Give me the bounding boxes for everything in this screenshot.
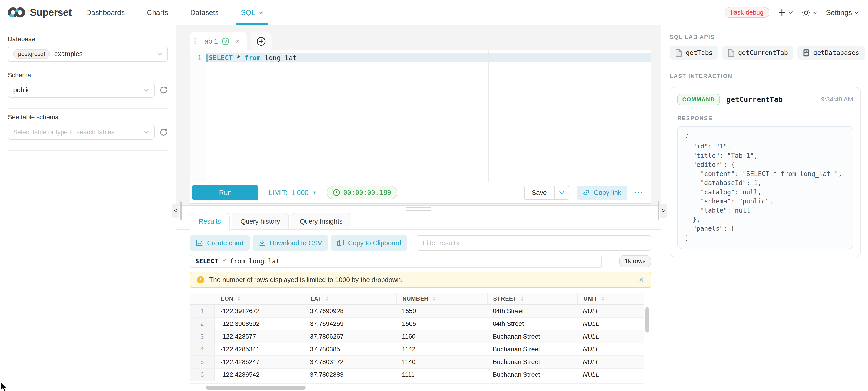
new-item-button[interactable]	[778, 8, 793, 17]
column-header-street[interactable]: STREET▲▼	[487, 293, 577, 304]
save-options-caret[interactable]	[554, 186, 569, 199]
table-vertical-scrollbar[interactable]	[645, 307, 649, 333]
column-header-lat[interactable]: LAT▲▼	[305, 293, 397, 304]
nav-item-datasets[interactable]: Datasets	[190, 0, 219, 25]
sidebar-resize-bar[interactable]	[180, 201, 182, 220]
table-row[interactable]: 2-122.390850237.7694259150504th StreetNU…	[190, 318, 644, 330]
create-chart-button[interactable]: Create chart	[190, 235, 250, 251]
nav-menu: Dashboards Charts Datasets SQL	[86, 0, 264, 25]
row-number: 4	[190, 343, 215, 355]
superset-logo-icon	[8, 6, 25, 19]
caret-down-icon: ▼	[312, 190, 317, 195]
refresh-schemas-button[interactable]	[159, 86, 168, 94]
column-header-unit[interactable]: UNIT▲▼	[577, 293, 644, 304]
limit-dropdown[interactable]: LIMIT: 1 000 ▼	[269, 189, 317, 197]
table-row[interactable]: 6-122.428954237.78028831111Buchanan Stre…	[190, 368, 644, 381]
table-cell: 1142	[396, 343, 487, 355]
drag-handle-icon[interactable]	[194, 38, 197, 45]
api-chips: getTabs getCurrentTab	[670, 46, 861, 60]
table-cell: NULL	[577, 356, 644, 368]
document-icon	[727, 49, 734, 57]
command-timestamp: 9:34:48 AM	[821, 96, 853, 103]
tab-query-history[interactable]: Query history	[231, 213, 289, 230]
superset-sql-lab: Superset Dashboards Charts Datasets SQL …	[0, 0, 868, 391]
editor-active-line: SELECT * from long_lat	[206, 53, 651, 62]
sort-icons: ▲▼	[521, 296, 524, 301]
database-select[interactable]: postgresql examples	[8, 46, 168, 62]
table-row[interactable]: 1-122.391267237.7690928155004th StreetNU…	[190, 305, 644, 318]
copy-to-clipboard-button[interactable]: Copy to Clipboard	[331, 235, 407, 251]
row-number: 5	[190, 356, 215, 368]
save-button[interactable]: Save	[525, 186, 554, 199]
nav-item-charts[interactable]: Charts	[147, 0, 168, 25]
timer-value: 00:00:00.189	[343, 189, 391, 196]
sql-editor[interactable]: 1 SELECT * from long_lat	[190, 51, 651, 182]
right-panel-resize-bar[interactable]	[658, 201, 659, 220]
download-csv-button[interactable]: Download to CSV	[252, 235, 328, 251]
collapse-right-panel-button[interactable]: >	[660, 204, 667, 218]
run-button[interactable]: Run	[192, 185, 259, 200]
sql-text: * from long_lat	[218, 258, 280, 265]
scrollbar-thumb[interactable]	[206, 386, 306, 390]
tab-query-insights[interactable]: Query Insights	[291, 213, 351, 230]
table-cell: 37.7803172	[305, 356, 397, 368]
row-count-badge: 1k rows	[619, 255, 651, 267]
limit-value: 1 000	[291, 189, 308, 197]
query-tab[interactable]: Tab 1 ✕	[190, 32, 247, 50]
settings-menu[interactable]: Settings	[826, 8, 859, 17]
rows-limit-warning: ! The number of rows displayed is limite…	[190, 272, 651, 288]
table-cell: 1111	[396, 368, 487, 381]
sidebar-divider	[8, 150, 168, 151]
column-header-number[interactable]: NUMBER▲▼	[396, 293, 487, 304]
api-chip-label: getDatabases	[813, 49, 859, 57]
table-select[interactable]: Select table or type to search tables	[8, 125, 154, 140]
chevron-down-icon	[144, 130, 149, 134]
close-tab-icon[interactable]: ✕	[235, 38, 240, 45]
schema-label: Schema	[8, 71, 168, 79]
nav-item-sql[interactable]: SQL	[241, 0, 264, 25]
close-warning-icon[interactable]: ✕	[639, 276, 644, 284]
refresh-tables-button[interactable]	[159, 128, 168, 136]
link-icon	[583, 189, 590, 196]
copy-link-button[interactable]: Copy link	[577, 186, 627, 200]
line-number: 1	[190, 54, 202, 62]
nav-item-dashboards[interactable]: Dashboards	[86, 0, 125, 25]
column-header-lon[interactable]: LON▲▼	[215, 293, 305, 304]
api-chip-getdatabases[interactable]: getDatabases	[797, 46, 865, 60]
schema-select[interactable]: public	[8, 83, 154, 98]
api-chip-gettabs[interactable]: getTabs	[670, 46, 718, 60]
table-row[interactable]: 4-122.428534137.7803851142Buchanan Stree…	[190, 343, 644, 356]
sort-icons: ▲▼	[432, 296, 436, 301]
sort-icons: ▲▼	[601, 296, 604, 301]
table-cell: -122.428577	[215, 330, 305, 343]
api-chip-getcurrenttab[interactable]: getCurrentTab	[722, 46, 793, 60]
row-number: 6	[190, 368, 215, 381]
theme-toggle-button[interactable]	[802, 8, 818, 17]
table-row[interactable]: 3-122.42857737.78062671160Buchanan Stree…	[190, 330, 644, 343]
table-cell: -122.3912672	[215, 305, 305, 317]
download-csv-label: Download to CSV	[270, 239, 322, 247]
table-cell: 1160	[396, 330, 487, 343]
cabinet-icon	[803, 49, 809, 57]
results-table-body: 1-122.391267237.7690928155004th StreetNU…	[190, 305, 651, 381]
brand-name: Superset	[30, 7, 72, 18]
panel-splitter[interactable]	[176, 205, 661, 210]
results-section: Results Query history Query Insights Cre…	[176, 210, 661, 391]
add-tab-button[interactable]	[251, 32, 272, 50]
superset-logo[interactable]: Superset	[8, 6, 71, 19]
tab-results[interactable]: Results	[190, 213, 229, 230]
more-options-button[interactable]: ···	[634, 188, 644, 197]
create-chart-label: Create chart	[207, 239, 244, 247]
collapse-sidebar-button[interactable]: <	[172, 204, 179, 218]
row-number: 2	[190, 318, 215, 330]
database-select-value: examples	[54, 50, 83, 58]
editor-code-area[interactable]: SELECT * from long_lat	[206, 51, 651, 182]
response-json: { "id": "1", "title": "Tab 1", "editor":…	[685, 133, 845, 242]
main-layout: Database postgresql examples Schema publ…	[0, 26, 868, 391]
sql-keyword: SELECT	[209, 54, 233, 62]
table-row[interactable]: 5-122.428524737.78031721140Buchanan Stre…	[190, 356, 644, 368]
filter-results-input[interactable]	[417, 235, 651, 251]
table-horizontal-scrollbar[interactable]	[190, 386, 644, 390]
database-type-tag: postgresql	[13, 49, 50, 59]
save-split-button[interactable]: Save	[524, 186, 569, 200]
